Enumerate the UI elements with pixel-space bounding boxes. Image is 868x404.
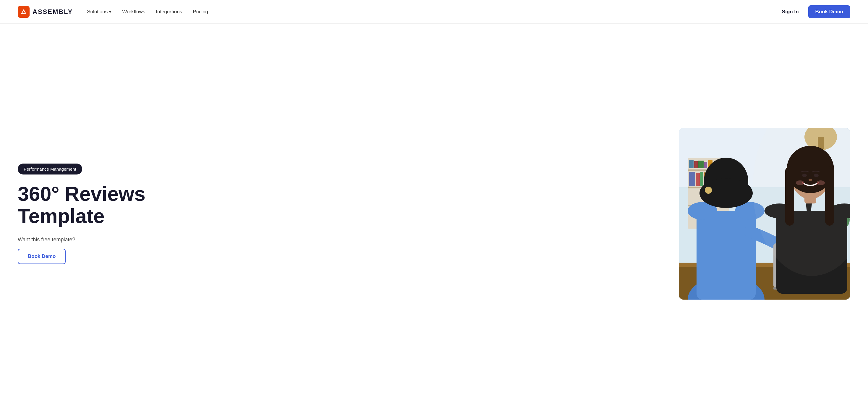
- main-nav: ASSEMBLY Solutions ▾ Workflows Integrati…: [0, 0, 868, 24]
- hero-subtitle: Want this free template?: [18, 237, 172, 243]
- nav-links: Solutions ▾ Workflows Integrations Prici…: [87, 8, 208, 15]
- svg-rect-10: [698, 161, 704, 168]
- svg-rect-9: [694, 161, 698, 168]
- hero-scene-svg: [679, 128, 850, 300]
- chevron-down-icon: ▾: [109, 8, 112, 15]
- hero-title: 360° Reviews Template: [18, 183, 172, 227]
- svg-rect-14: [695, 173, 700, 186]
- nav-right: Sign In Book Demo: [777, 5, 850, 18]
- logo-icon: [18, 6, 30, 18]
- nav-workflows[interactable]: Workflows: [122, 9, 145, 15]
- svg-rect-11: [704, 162, 707, 168]
- hero-image: Two people collaborating with a laptop: [679, 128, 850, 300]
- sign-in-button[interactable]: Sign In: [777, 6, 804, 18]
- nav-left: ASSEMBLY Solutions ▾ Workflows Integrati…: [18, 6, 208, 18]
- nav-solutions[interactable]: Solutions ▾: [87, 8, 112, 15]
- svg-point-30: [705, 187, 712, 194]
- hero-image-area: Two people collaborating with a laptop: [189, 128, 850, 300]
- svg-rect-8: [689, 160, 693, 168]
- hero-image-description: Two people collaborating with a laptop: [685, 289, 745, 294]
- hero-book-demo-button[interactable]: Book Demo: [18, 249, 66, 264]
- svg-rect-24: [696, 211, 756, 300]
- svg-rect-15: [701, 172, 703, 186]
- nav-book-demo-button[interactable]: Book Demo: [808, 5, 850, 18]
- svg-rect-13: [689, 172, 695, 186]
- nav-pricing[interactable]: Pricing: [193, 9, 208, 15]
- nav-integrations[interactable]: Integrations: [156, 9, 182, 15]
- brand-name: ASSEMBLY: [33, 8, 73, 16]
- logo-link[interactable]: ASSEMBLY: [18, 6, 73, 18]
- performance-badge: Performance Management: [18, 163, 82, 175]
- hero-content: Performance Management 360° Reviews Temp…: [18, 163, 189, 264]
- hero-section: Performance Management 360° Reviews Temp…: [0, 24, 868, 404]
